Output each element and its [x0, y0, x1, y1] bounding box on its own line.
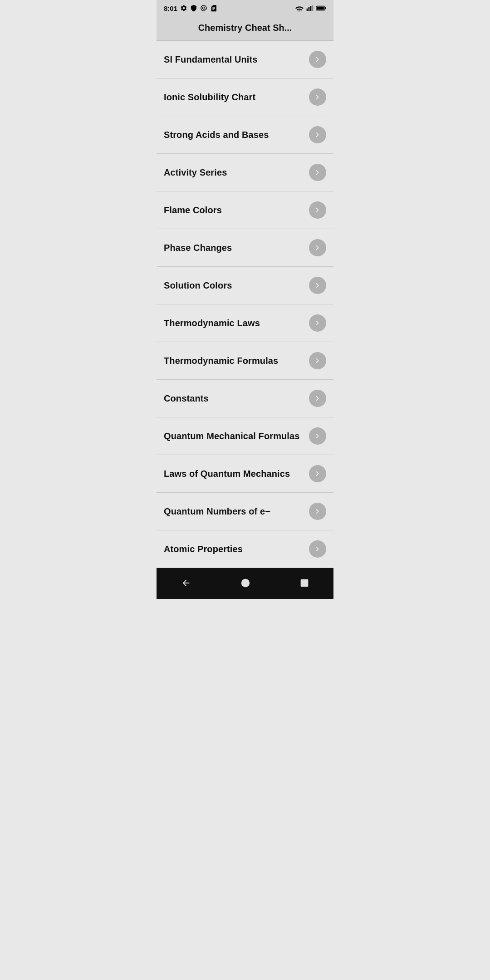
menu-item-si-fundamental-units[interactable]: SI Fundamental Units [157, 41, 333, 78]
wifi-icon [295, 5, 304, 11]
menu-item-activity-series[interactable]: Activity Series [157, 154, 333, 191]
status-time: 8:01 [164, 5, 177, 12]
recents-square-icon [300, 578, 309, 588]
menu-item-label-atomic-properties: Atomic Properties [164, 544, 243, 554]
shield-icon [190, 5, 197, 12]
menu-item-label-thermodynamic-formulas: Thermodynamic Formulas [164, 356, 278, 366]
menu-item-label-activity-series: Activity Series [164, 167, 227, 178]
at-icon [200, 5, 207, 12]
svg-rect-1 [309, 7, 310, 11]
menu-item-flame-colors[interactable]: Flame Colors [157, 191, 333, 229]
sim-icon [210, 5, 217, 12]
home-button[interactable] [230, 574, 261, 592]
app-header: Chemistry Cheat Sh... [157, 16, 333, 41]
menu-item-ionic-solubility-chart[interactable]: Ionic Solubility Chart [157, 78, 333, 116]
menu-item-label-quantum-mechanical-formulas: Quantum Mechanical Formulas [164, 431, 299, 441]
menu-item-laws-of-quantum-mechanics[interactable]: Laws of Quantum Mechanics [157, 455, 333, 493]
menu-item-solution-colors[interactable]: Solution Colors [157, 267, 333, 304]
svg-rect-3 [312, 5, 314, 11]
menu-item-label-solution-colors: Solution Colors [164, 280, 232, 291]
chevron-icon-flame-colors [309, 201, 326, 219]
chevron-icon-quantum-numbers-of-e [309, 503, 326, 520]
menu-item-label-flame-colors: Flame Colors [164, 205, 222, 216]
svg-rect-8 [300, 579, 308, 587]
back-button[interactable] [170, 574, 202, 592]
menu-item-label-quantum-numbers-of-e: Quantum Numbers of e− [164, 506, 270, 517]
chevron-icon-ionic-solubility-chart [309, 88, 326, 106]
chevron-icon-laws-of-quantum-mechanics [309, 465, 326, 482]
menu-item-label-strong-acids-and-bases: Strong Acids and Bases [164, 130, 269, 140]
menu-list: SI Fundamental UnitsIonic Solubility Cha… [157, 41, 333, 568]
menu-item-thermodynamic-laws[interactable]: Thermodynamic Laws [157, 304, 333, 342]
menu-item-atomic-properties[interactable]: Atomic Properties [157, 530, 333, 568]
menu-item-phase-changes[interactable]: Phase Changes [157, 229, 333, 267]
menu-item-thermodynamic-formulas[interactable]: Thermodynamic Formulas [157, 342, 333, 380]
svg-rect-0 [307, 9, 308, 11]
chevron-icon-thermodynamic-laws [309, 314, 326, 332]
chevron-icon-quantum-mechanical-formulas [309, 427, 326, 445]
menu-item-label-laws-of-quantum-mechanics: Laws of Quantum Mechanics [164, 469, 290, 479]
battery-icon [316, 5, 326, 11]
menu-item-label-si-fundamental-units: SI Fundamental Units [164, 54, 257, 65]
chevron-icon-strong-acids-and-bases [309, 126, 326, 143]
menu-item-label-constants: Constants [164, 393, 209, 404]
chevron-icon-constants [309, 390, 326, 407]
gear-icon [180, 5, 187, 12]
status-left: 8:01 [164, 5, 217, 12]
menu-item-label-thermodynamic-laws: Thermodynamic Laws [164, 318, 260, 328]
status-bar: 8:01 [157, 0, 333, 16]
svg-rect-2 [310, 6, 312, 11]
chevron-icon-atomic-properties [309, 540, 326, 558]
menu-item-constants[interactable]: Constants [157, 380, 333, 417]
chevron-icon-solution-colors [309, 277, 326, 294]
chevron-icon-si-fundamental-units [309, 51, 326, 68]
home-circle-icon [240, 578, 250, 588]
recents-button[interactable] [289, 575, 320, 591]
signal-icon [306, 5, 314, 11]
menu-item-quantum-mechanical-formulas[interactable]: Quantum Mechanical Formulas [157, 417, 333, 455]
back-icon [181, 578, 191, 588]
status-right-icons [295, 5, 326, 11]
menu-item-label-phase-changes: Phase Changes [164, 243, 232, 253]
svg-rect-6 [317, 6, 324, 10]
app-header-title: Chemistry Cheat Sh... [198, 23, 292, 33]
menu-item-quantum-numbers-of-e[interactable]: Quantum Numbers of e− [157, 493, 333, 530]
chevron-icon-phase-changes [309, 239, 326, 256]
menu-item-label-ionic-solubility-chart: Ionic Solubility Chart [164, 92, 255, 103]
nav-bar [157, 568, 333, 599]
svg-point-7 [241, 579, 250, 587]
menu-item-strong-acids-and-bases[interactable]: Strong Acids and Bases [157, 116, 333, 154]
chevron-icon-activity-series [309, 164, 326, 181]
svg-rect-5 [325, 7, 326, 10]
chevron-icon-thermodynamic-formulas [309, 352, 326, 369]
